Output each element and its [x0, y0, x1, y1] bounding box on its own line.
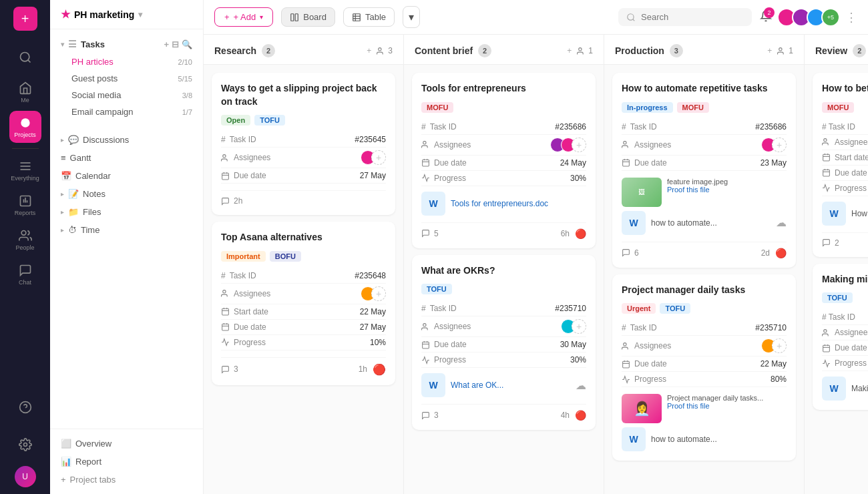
col-production-add[interactable]: +	[767, 46, 772, 55]
calendar-icon	[622, 158, 630, 167]
brand-logo[interactable]: ★ PH marketing ▾	[61, 8, 142, 21]
priority-icon: 🔴	[575, 228, 586, 239]
svg-point-22	[379, 47, 381, 50]
card-what-are-okrs[interactable]: What are OKRs? TOFU # Task ID #235710 As…	[412, 255, 596, 431]
card-row-duedate: Due date 30 May	[421, 337, 586, 352]
user-avatar[interactable]: U	[15, 466, 36, 487]
tasks-search-icon[interactable]: 🔍	[182, 39, 192, 49]
tasks-label: Tasks	[81, 39, 105, 49]
tasks-actions: + ⊟ 🔍	[164, 39, 192, 49]
column-production-header: Production 3 + 1	[604, 35, 804, 65]
calendar-icon	[421, 340, 430, 349]
column-contentbrief-cards: Tools for entrepreneurs MOFU # Task ID #…	[404, 65, 604, 494]
card-project-manager[interactable]: Project manager daily tasks Urgent TOFU …	[612, 274, 796, 461]
nav-item-guest-posts[interactable]: Guest posts 5/15	[50, 70, 203, 87]
nav-discussions[interactable]: ▸ 💬 Discussions	[50, 131, 203, 149]
card-row-assignees: Assignees +	[221, 148, 386, 168]
links-section: ▸ 💬 Discussions ≡ Gantt 📅 Calendar ▸ 📝 N…	[50, 126, 203, 244]
search-icon	[626, 13, 636, 22]
sidebar-bottom: U	[9, 391, 41, 487]
more-views-button[interactable]: ▾	[403, 6, 420, 28]
card-file-2: W What are OK... ☁	[421, 373, 586, 397]
card-attachments: 🖼 feature image.jpeg Proof this file	[622, 178, 787, 207]
assignees-icon	[221, 289, 230, 298]
card-how-to-better[interactable]: How to better h... deadlines as a... MOF…	[813, 73, 868, 257]
card-row-duedate: Due date 27 May	[221, 320, 386, 335]
nav-time[interactable]: ▸ ⏱ Time	[50, 221, 203, 239]
more-options-button[interactable]: ⋮	[845, 10, 857, 25]
comment-icon	[421, 411, 430, 420]
assignees-icon	[221, 154, 230, 162]
column-content-brief-header: Content brief 2 + 1	[404, 35, 604, 65]
sidebar-everything-icon[interactable]: Everything	[9, 154, 41, 186]
nav-calendar[interactable]: 📅 Calendar	[50, 167, 203, 185]
collapse-icon-notes: ▸	[61, 190, 64, 198]
card-row-taskid: # Task ID #235645	[221, 132, 386, 148]
search-input[interactable]	[641, 12, 741, 22]
card-asana-alternatives[interactable]: Top Asana alternatives Important BOFU # …	[212, 222, 395, 385]
table-label: Table	[365, 12, 386, 22]
column-research-header: Research 2 + 3	[204, 35, 403, 65]
sidebar-reports-icon[interactable]: Reports	[9, 189, 41, 221]
sidebar-search-icon[interactable]	[9, 41, 41, 73]
card-row-startdate: Start date 22 May	[221, 304, 386, 320]
svg-point-59	[824, 139, 827, 142]
card-row-assignees: Assignees +	[622, 336, 787, 356]
nav-files[interactable]: ▸ 📁 Files	[50, 203, 203, 221]
help-icon[interactable]	[9, 391, 41, 423]
notifications-icon[interactable]: 2	[760, 10, 772, 25]
add-button[interactable]: + + Add ▾	[214, 7, 273, 27]
file-link[interactable]: What are OK...	[451, 381, 503, 390]
proof-link[interactable]: Proof this file	[667, 186, 728, 194]
col-research-add[interactable]: +	[367, 46, 371, 55]
search-bar[interactable]	[618, 8, 752, 26]
table-view-button[interactable]: Table	[343, 7, 395, 27]
card-tools-entrepreneurs[interactable]: Tools for entrepreneurs MOFU # Task ID #…	[412, 73, 596, 248]
col-contentbrief-add[interactable]: +	[567, 46, 572, 55]
card-row-duedate: Due date 27 May	[221, 168, 386, 184]
doc-file-icon: W	[421, 192, 445, 216]
board-view-button[interactable]: Board	[281, 7, 335, 27]
proof-link-2[interactable]: Proof this file	[667, 402, 763, 410]
icon-sidebar: + Me Projects Everything Reports People …	[0, 0, 50, 494]
nav-item-social-media[interactable]: Social media 3/8	[50, 87, 203, 103]
file-link[interactable]: Tools for entrepreneurs.doc	[451, 199, 548, 208]
nav-item-email-campaign[interactable]: Email campaign 1/7	[50, 103, 203, 120]
board: Research 2 + 3 Ways to get a slipping pr…	[204, 35, 868, 494]
card-slipping-project[interactable]: Ways to get a slipping project back on t…	[212, 73, 395, 215]
sidebar-chat-icon[interactable]: Chat	[9, 258, 41, 290]
card-row-duedate: Due date 23 May	[622, 156, 787, 171]
nav-overview[interactable]: ⬜ Overview	[50, 435, 203, 453]
progress-icon	[622, 375, 630, 384]
svg-line-1	[27, 60, 30, 63]
add-project-tab[interactable]: + Project tabs	[50, 471, 203, 489]
svg-rect-64	[823, 170, 830, 176]
card-automate-tasks[interactable]: How to automate repetitive tasks In-prog…	[612, 73, 796, 268]
comment-icon	[221, 365, 230, 374]
card-row-progress: Progress 30%	[421, 171, 586, 186]
nav-notes[interactable]: ▸ 📝 Notes	[50, 185, 203, 203]
gantt-icon: ≡	[61, 153, 66, 163]
nav-item-ph-articles[interactable]: PH articles 2/10	[50, 53, 203, 70]
cloud-icon-2: ☁	[776, 216, 787, 229]
sidebar-home-icon[interactable]: Me	[9, 76, 41, 108]
calendar-icon: 📅	[61, 171, 71, 181]
card-making-mistakes[interactable]: Making mistak... TOFU # Task ID Assignee…	[813, 264, 868, 411]
comment-icon	[421, 229, 430, 238]
sidebar-people-icon[interactable]: People	[9, 224, 41, 256]
nav-report[interactable]: 📊 Report	[50, 453, 203, 471]
add-tab-icon: +	[61, 475, 66, 485]
assignees-icon	[421, 140, 430, 149]
tasks-section-header[interactable]: ▾ ☰ Tasks + ⊟ 🔍	[50, 35, 203, 53]
sidebar-projects-icon[interactable]: Projects	[9, 111, 41, 143]
tasks-filter-icon[interactable]: ⊟	[172, 39, 179, 49]
add-global-button[interactable]: +	[13, 7, 37, 31]
collapse-icon-time: ▸	[61, 226, 64, 234]
settings-icon[interactable]	[9, 429, 41, 461]
svg-point-20	[628, 13, 634, 19]
tasks-add-icon[interactable]: +	[164, 39, 169, 49]
nav-gantt[interactable]: ≡ Gantt	[50, 149, 203, 167]
card-doc-file: W how to automate... ☁	[622, 211, 787, 235]
card-file: W Tools for entrepreneurs.doc	[421, 192, 586, 216]
tag-tofu: TOFU	[822, 292, 853, 303]
